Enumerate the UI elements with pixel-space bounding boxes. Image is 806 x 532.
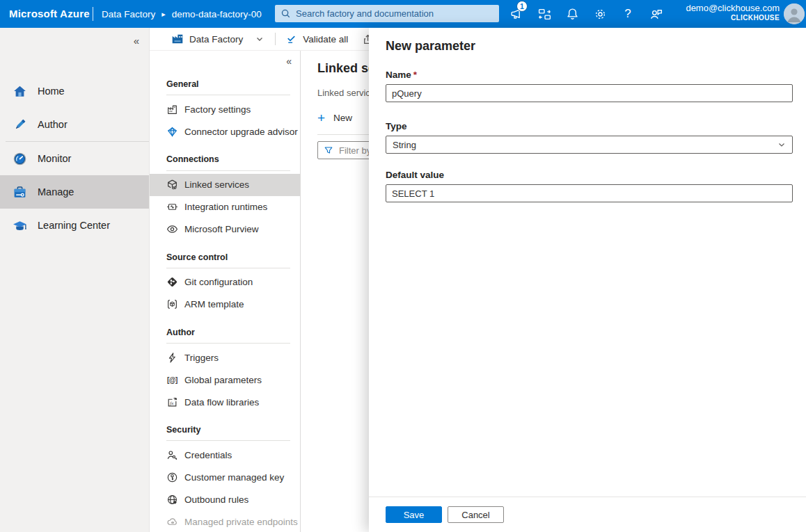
default-value-field[interactable] <box>386 184 793 202</box>
announcements-button[interactable]: 1 <box>503 0 530 28</box>
outbound-globe-icon <box>166 494 178 506</box>
manage-item-factory-settings[interactable]: Factory settings <box>150 98 300 120</box>
manage-item-customer-managed-key[interactable]: Customer managed key <box>150 466 300 488</box>
topbar: Microsoft Azure Data Factory ▸ demo-data… <box>0 0 806 28</box>
topbar-search[interactable] <box>275 5 499 22</box>
manage-item-credentials[interactable]: Credentials <box>150 444 300 466</box>
help-button[interactable]: ? <box>614 0 642 28</box>
account-org: CLICKHOUSE <box>686 14 780 23</box>
type-dropdown[interactable]: String <box>386 136 793 154</box>
left-nav: « Home Author Monitor <box>0 28 150 532</box>
breadcrumb-app[interactable]: Data Factory <box>102 9 155 19</box>
manage-item-label: Credentials <box>184 450 232 460</box>
adf-studio-window: Microsoft Azure Data Factory ▸ demo-data… <box>0 0 806 532</box>
notification-badge: 1 <box>516 1 528 12</box>
nav-item-label: Manage <box>38 186 74 198</box>
learning-center-icon <box>13 218 27 233</box>
manage-item-label: Connector upgrade advisor <box>184 127 298 137</box>
validate-all-button[interactable]: Validate all <box>285 33 348 45</box>
nav-item-home[interactable]: Home <box>0 74 149 108</box>
section-title-author: Author <box>166 327 290 344</box>
nav-item-label: Learning Center <box>38 220 110 231</box>
gear-icon <box>593 7 608 22</box>
manage-item-label: Outbound rules <box>184 494 248 505</box>
search-icon <box>280 8 291 19</box>
git-icon <box>166 276 178 288</box>
manage-item-connector-upgrade-advisor[interactable]: Connector upgrade advisor <box>150 120 300 143</box>
azure-brand[interactable]: Microsoft Azure <box>9 0 90 28</box>
factory-switch-button[interactable] <box>530 0 558 28</box>
manage-item-global-parameters[interactable]: [@] Global parameters <box>150 369 300 391</box>
account-email: demo@clickhouse.com <box>686 3 780 14</box>
factory-selector[interactable]: Data Factory <box>171 33 264 45</box>
section-title-source-control: Source control <box>166 252 290 268</box>
section-title-connections: Connections <box>166 154 290 170</box>
author-pencil-icon <box>13 118 27 132</box>
required-asterisk: * <box>413 70 417 80</box>
factory-selector-label: Data Factory <box>189 34 243 45</box>
nav-item-manage[interactable]: Manage <box>0 175 149 209</box>
manage-item-arm-template[interactable]: ARM template <box>150 293 300 316</box>
new-parameter-panel: New parameter Name* Type String Default … <box>369 28 806 532</box>
manage-item-label: Microsoft Purview <box>184 224 259 234</box>
manage-item-outbound-rules[interactable]: Outbound rules <box>150 488 300 510</box>
topbar-icon-row: 1 ? <box>503 0 670 28</box>
dataflow-libraries-icon: fx <box>166 396 178 408</box>
settings-button[interactable] <box>586 0 614 28</box>
nav-item-label: Monitor <box>38 153 71 164</box>
validate-all-label: Validate all <box>303 34 348 45</box>
manage-item-git-configuration[interactable]: Git configuration <box>150 271 300 293</box>
manage-item-label: Global parameters <box>184 375 262 385</box>
manage-item-triggers[interactable]: Triggers <box>150 346 300 369</box>
feedback-person-icon <box>649 7 663 22</box>
nav-item-author[interactable]: Author <box>0 108 149 141</box>
section-title-general: General <box>166 79 290 95</box>
nav-item-monitor[interactable]: Monitor <box>0 142 149 175</box>
nav-item-learning-center[interactable]: Learning Center <box>0 209 149 242</box>
purview-eye-icon <box>166 223 178 235</box>
breadcrumb-factory[interactable]: demo-data-factory-00 <box>172 9 262 19</box>
manage-item-managed-private-endpoints[interactable]: Managed private endpoints <box>150 510 300 532</box>
trigger-lightning-icon <box>166 352 178 364</box>
manage-item-label: Factory settings <box>184 104 251 115</box>
manage-nav-collapse-icon[interactable]: « <box>286 56 292 67</box>
new-button-label: New <box>333 113 352 123</box>
breadcrumb-caret-icon: ▸ <box>161 10 166 18</box>
avatar[interactable] <box>784 3 805 24</box>
manage-item-label: Data flow libraries <box>184 397 259 408</box>
plus-icon: + <box>317 111 325 124</box>
left-nav-collapse-icon[interactable]: « <box>128 32 145 49</box>
chevron-down-icon <box>777 140 786 149</box>
manage-toolbox-icon <box>13 185 27 200</box>
connector-upgrade-icon <box>166 126 178 138</box>
panel-footer: Save Cancel <box>369 497 806 532</box>
manage-item-label: Git configuration <box>184 277 253 287</box>
topbar-divider <box>93 7 93 21</box>
name-field[interactable] <box>386 84 793 102</box>
section-title-security: Security <box>166 424 290 441</box>
credentials-icon <box>166 449 178 461</box>
manage-item-label: Triggers <box>184 353 219 363</box>
notifications-button[interactable] <box>558 0 586 28</box>
help-icon: ? <box>624 7 631 21</box>
monitor-gauge-icon <box>13 152 27 166</box>
factory-settings-icon <box>166 104 178 115</box>
save-button[interactable]: Save <box>386 506 442 523</box>
nav-item-label: Home <box>38 86 65 97</box>
search-input[interactable] <box>296 8 493 19</box>
integration-runtimes-icon <box>166 201 178 213</box>
manage-item-label: Customer managed key <box>184 472 284 483</box>
manage-item-integration-runtimes[interactable]: Integration runtimes <box>150 196 300 218</box>
toolbar-separator <box>275 33 276 45</box>
manage-item-data-flow-libraries[interactable]: fx Data flow libraries <box>150 391 300 413</box>
manage-item-linked-services[interactable]: Linked services <box>150 174 300 196</box>
feedback-button[interactable] <box>642 0 670 28</box>
cancel-button[interactable]: Cancel <box>448 506 504 523</box>
type-label: Type <box>386 121 793 131</box>
account-info[interactable]: demo@clickhouse.com CLICKHOUSE <box>686 3 780 23</box>
arm-template-icon <box>166 298 178 310</box>
manage-item-microsoft-purview[interactable]: Microsoft Purview <box>150 218 300 241</box>
manage-item-label: ARM template <box>184 299 244 309</box>
filter-funnel-icon <box>324 145 333 155</box>
home-icon <box>13 84 27 99</box>
